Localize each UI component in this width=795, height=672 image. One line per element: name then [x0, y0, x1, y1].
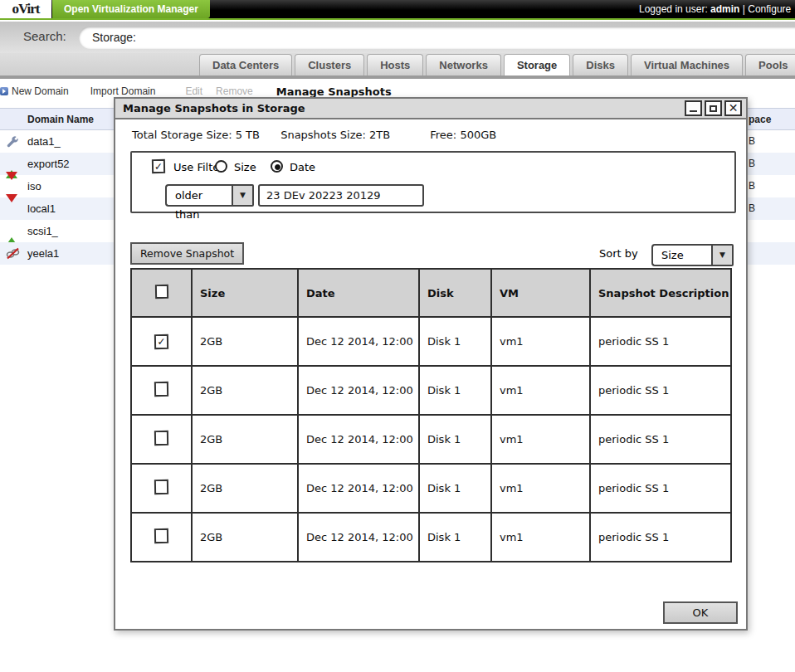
- snapshot-disk: Disk 1: [419, 513, 491, 562]
- product-badge: Open Virtualization Manager: [52, 0, 210, 18]
- tab-hosts[interactable]: Hosts: [367, 54, 423, 75]
- snapshot-row: 2GB Dec 12 2014, 12:00 Disk 1 vm1 period…: [131, 366, 731, 415]
- snapshot-size: 2GB: [192, 317, 298, 366]
- snapshot-disk: Disk 1: [419, 317, 491, 366]
- domain-name: export52: [27, 158, 70, 170]
- snapshot-description: periodic SS 1: [590, 317, 731, 366]
- snapshot-size: 2GB: [192, 513, 298, 562]
- domain-name: scsi1_: [27, 225, 58, 237]
- search-input[interactable]: [92, 28, 773, 46]
- use-filter-checkbox[interactable]: ✓: [152, 159, 165, 173]
- snapshot-vm: vm1: [491, 464, 590, 513]
- snapshot-disk: Disk 1: [419, 415, 491, 464]
- filter-size-label: Size: [234, 161, 256, 173]
- snapshot-size: 2GB: [192, 415, 298, 464]
- storage-stats: Total Storage Size: 5 TB Snapshots Size:…: [132, 129, 496, 141]
- filter-size-radio[interactable]: [215, 160, 227, 173]
- broken-link-icon: [6, 247, 19, 260]
- snapshot-disk: Disk 1: [419, 366, 491, 415]
- total-storage-size: Total Storage Size: 5 TB: [132, 129, 277, 141]
- row-checkbox[interactable]: [154, 528, 168, 543]
- tab-disks[interactable]: Disks: [573, 54, 628, 75]
- tab-virtual-machines[interactable]: Virtual Machines: [631, 54, 743, 75]
- snapshots-size: Snapshots Size: 2TB: [280, 129, 427, 141]
- domain-name: local1: [27, 202, 56, 215]
- search-input-pill[interactable]: [79, 27, 795, 49]
- toolbar-manage-snapshots[interactable]: Manage Snapshots: [276, 85, 392, 98]
- dialog-title-bar[interactable]: Manage Snapshots in Storage ✕: [115, 99, 746, 119]
- comparator-value: older than: [165, 184, 232, 207]
- tab-pools[interactable]: Pools: [745, 54, 795, 75]
- row-checkbox[interactable]: ✓: [154, 334, 168, 348]
- select-all-checkbox[interactable]: [154, 285, 168, 299]
- toolbar-new-domain[interactable]: New Domain: [12, 85, 69, 97]
- sort-by-label: Sort by: [599, 247, 638, 260]
- snapshot-description: periodic SS 1: [590, 513, 731, 562]
- tab-storage[interactable]: Storage: [504, 54, 570, 75]
- snapshot-vm: vm1: [491, 366, 590, 415]
- comparator-dropdown[interactable]: older than ▼: [165, 184, 254, 207]
- size-column-header: Size: [192, 269, 298, 317]
- toolbar-remove: Remove: [216, 85, 253, 97]
- minimize-icon: [690, 110, 697, 112]
- filter-panel: ✓ Use Filter Size Date older than ▼: [130, 151, 736, 213]
- date-filter-input[interactable]: [258, 184, 424, 207]
- snapshot-size: 2GB: [192, 464, 298, 513]
- search-label: Search:: [23, 29, 66, 43]
- snapshots-header-row: Size Date Disk VM Snapshot Description: [131, 269, 731, 317]
- snapshot-row: ✓ 2GB Dec 12 2014, 12:00 Disk 1 vm1 peri…: [131, 317, 731, 366]
- window-buttons: ✕: [685, 100, 742, 116]
- row-checkbox[interactable]: [154, 480, 168, 494]
- ok-button[interactable]: OK: [663, 601, 738, 624]
- snapshot-description: periodic SS 1: [590, 366, 731, 415]
- snapshots-table: Size Date Disk VM Snapshot Description ✓…: [130, 268, 732, 562]
- tab-clusters[interactable]: Clusters: [295, 54, 364, 75]
- row-checkbox[interactable]: [154, 431, 168, 446]
- toolbar-import-domain[interactable]: Import Domain: [90, 85, 156, 97]
- domain-name-column-header[interactable]: Domain Name: [27, 114, 94, 125]
- snapshot-date: Dec 12 2014, 12:00: [298, 415, 419, 464]
- tab-networks[interactable]: Networks: [426, 54, 501, 75]
- top-bar: oVirt Open Virtualization Manager Logged…: [0, 0, 795, 20]
- expand-arrow-icon[interactable]: [0, 87, 8, 95]
- close-button[interactable]: ✕: [724, 100, 742, 116]
- free-space-fragment: B: [749, 202, 755, 214]
- tab-data-centers[interactable]: Data Centers: [199, 54, 292, 75]
- close-icon: ✕: [726, 102, 740, 114]
- logged-in-label: Logged in user:: [639, 3, 708, 15]
- snapshot-vm: vm1: [491, 513, 590, 562]
- chevron-down-icon: ▼: [232, 184, 254, 207]
- chevron-down-icon: ▼: [711, 244, 734, 266]
- filter-date-label: Date: [290, 161, 315, 173]
- free-space-fragment: B: [749, 180, 755, 192]
- filter-date-radio[interactable]: [271, 160, 283, 173]
- configure-link[interactable]: | Configure: [743, 3, 791, 15]
- disk-column-header: Disk: [419, 269, 491, 317]
- maximize-button[interactable]: [705, 100, 722, 116]
- check-icon: ✓: [154, 161, 163, 173]
- toolbar-edit: Edit: [185, 85, 202, 97]
- maximize-icon: [710, 105, 717, 112]
- snapshot-vm: vm1: [491, 317, 590, 366]
- free-space-fragment: B: [749, 158, 755, 169]
- up-triangle-icon: [6, 158, 19, 170]
- search-bar: Search:: [0, 22, 795, 53]
- up-triangle-icon: [6, 225, 19, 237]
- remove-snapshot-button[interactable]: Remove Snapshot: [130, 242, 244, 265]
- minimize-button[interactable]: [685, 100, 702, 116]
- snapshot-description: periodic SS 1: [590, 415, 731, 464]
- row-checkbox[interactable]: [154, 382, 168, 397]
- main-tab-bar: Data Centers Clusters Hosts Networks Sto…: [0, 53, 795, 79]
- sort-by-value: Size: [651, 244, 711, 266]
- sort-by-dropdown[interactable]: Size ▼: [651, 244, 734, 266]
- logged-in-username: admin: [710, 3, 739, 15]
- snapshot-date: Dec 12 2014, 12:00: [298, 366, 419, 415]
- snapshot-size: 2GB: [192, 366, 298, 415]
- snapshot-date: Dec 12 2014, 12:00: [298, 317, 419, 366]
- snapshot-row: 2GB Dec 12 2014, 12:00 Disk 1 vm1 period…: [131, 415, 731, 464]
- down-triangle-icon: [6, 180, 19, 192]
- snapshot-description: periodic SS 1: [590, 464, 731, 513]
- date-column-header: Date: [298, 269, 419, 317]
- description-column-header: Snapshot Description: [590, 269, 731, 317]
- snapshot-row: 2GB Dec 12 2014, 12:00 Disk 1 vm1 period…: [131, 513, 731, 562]
